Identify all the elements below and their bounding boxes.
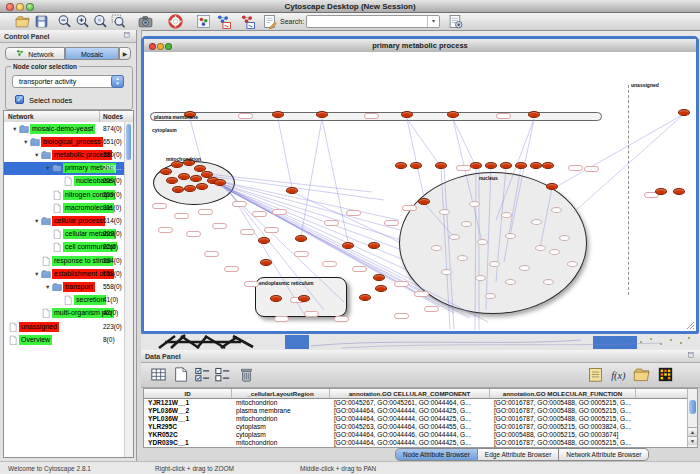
table-cell[interactable]: [GO:0044464, GO:0044444, GO:0044425, G..… [330,439,490,447]
tree-item-cell-communicat[interactable]: cell communicat22(0) [4,241,125,254]
graph-node[interactable] [435,162,447,169]
graph-node[interactable] [395,162,407,169]
graph-node[interactable] [515,162,527,169]
search-dropdown-arrow-icon[interactable]: ▾ [427,16,439,27]
table-scrollbar-thumb[interactable] [689,400,696,414]
column-header-id[interactable]: ID [144,389,232,399]
tab-node-attribute-browser[interactable]: Node Attribute Browser [395,448,478,461]
graph-node[interactable] [270,295,282,302]
network-window-titlebar[interactable]: primary metabolic process [144,39,696,53]
graph-node[interactable] [286,187,298,194]
graph-node[interactable] [410,162,422,169]
search-config-icon[interactable] [448,14,463,29]
graph-node[interactable] [401,111,413,118]
graph-node[interactable] [431,245,442,251]
graph-node[interactable] [457,255,468,261]
tree-item-cellular-process[interactable]: ▼cellular process614(0) [4,214,125,227]
tree-scrollbar-thumb[interactable] [126,124,131,160]
graph-node[interactable] [272,111,284,118]
table-cell[interactable]: [GO:0016787, GO:0005488, GO:0005215, G..… [490,399,636,407]
expander-icon[interactable]: ▼ [34,271,39,277]
graph-node[interactable] [542,162,554,169]
graph-node[interactable] [485,293,496,299]
tree-item-transport[interactable]: ▼transport558(0) [4,280,125,293]
graph-node[interactable] [470,162,482,169]
graph-node[interactable] [500,162,512,169]
graph-node[interactable] [528,111,540,118]
table-cell[interactable]: mitochondrion [232,399,330,407]
zoom-fit-icon[interactable] [93,14,108,29]
create-view-a-icon[interactable] [216,14,231,29]
column-header-filler[interactable] [636,389,689,399]
table-scrollbar[interactable]: ▲ ▼ [687,389,697,447]
float-panel-icon[interactable] [124,32,133,41]
graph-node[interactable] [298,295,310,302]
graph-node[interactable] [655,188,667,195]
graph-node[interactable] [519,265,530,271]
tree-item-unassigned[interactable]: unassigned223(0) [4,320,125,333]
zoom-in-icon[interactable] [75,14,90,29]
graph-node[interactable] [172,186,184,193]
tab-network[interactable]: Network [5,47,65,60]
graph-node[interactable] [549,249,560,255]
graph-node[interactable] [160,168,172,175]
table-cell[interactable]: [GO:0005488, GO:0005215, GO:0003674] [490,431,636,439]
graph-node[interactable] [373,274,385,281]
tab-network-attribute-browser[interactable]: Network Attribute Browser [559,448,649,461]
function-builder-icon[interactable]: f(x) [610,366,627,383]
table-cell[interactable]: [GO:0016787, GO:0005488, GO:0005215, G..… [490,415,636,423]
column-header-annotation-go-molecular-function[interactable]: annotation.GO MOLECULAR_FUNCTION [490,389,636,399]
graph-node[interactable] [546,183,558,190]
resize-grip[interactable] [686,321,695,330]
tab-mosaic[interactable]: Mosaic [65,47,119,60]
graph-node[interactable] [439,209,450,215]
graph-node[interactable] [260,259,272,266]
graph-node[interactable] [342,242,354,249]
tab-overflow-arrow-icon[interactable]: ▶ [119,47,131,60]
tree-item-nucleobase[interactable]: nucleobase-209(0) [4,175,125,188]
heatmap-icon[interactable] [657,366,674,383]
table-row[interactable]: YPL036W__1mitochondrion[GO:0044464, GO:0… [144,415,687,423]
table-cell[interactable]: cytoplasm [232,431,330,439]
help-icon[interactable] [168,14,183,29]
snapshot-icon[interactable] [138,14,153,29]
graph-node[interactable] [475,275,486,281]
column-header--cellularlayoutregion[interactable]: _cellularLayoutRegion [232,389,330,399]
tree-item-mosaic-demo-yeast[interactable]: ▼mosaic-demo-yeast874(0) [4,122,125,135]
open-session-icon[interactable] [15,14,30,29]
tree-item-macromolecule[interactable]: macromolecule311(0) [4,201,125,214]
tree-item-cellular-metabol[interactable]: cellular metabol209(0) [4,228,125,241]
zoom-selected-icon[interactable] [111,14,126,29]
graph-node[interactable] [214,179,226,186]
unselect-attributes-icon[interactable] [214,366,231,383]
search-input[interactable]: ▾ [306,15,440,28]
table-cell[interactable]: mitochondrion [232,415,330,423]
table-cell[interactable]: [GO:0045267, GO:0045261, GO:0044464, G..… [330,399,490,407]
save-session-icon[interactable] [34,14,49,29]
table-cell[interactable]: mitochondrion [232,439,330,447]
create-view-b-icon[interactable] [240,14,255,29]
zoom-out-icon[interactable] [57,14,72,29]
graph-node[interactable] [485,162,497,169]
graph-node[interactable] [535,245,546,251]
select-nodes-checkbox[interactable]: ✓ [15,95,24,104]
table-cell[interactable]: [GO:0044464, GO:0044444, GO:0044425, G..… [330,407,490,415]
tree-item-nitrogen-compo[interactable]: nitrogen compo209(0) [4,188,125,201]
tab-edge-attribute-browser[interactable]: Edge Attribute Browser [478,448,559,461]
graph-node[interactable] [505,279,516,285]
network-canvas[interactable]: plasma membrane cytoplasm mitochondrion … [144,52,696,331]
table-row[interactable]: YPL036W__2plasma membrane[GO:0044464, GO… [144,407,687,415]
expander-icon[interactable]: ▼ [34,152,39,158]
table-cell[interactable]: YDR039C__1 [144,439,232,447]
table-row[interactable]: YDR039C__1mitochondrion[GO:0044464, GO:0… [144,439,687,447]
tree-item-biological-process[interactable]: ▼biological_process651(0) [4,135,125,148]
tree-item-secretion[interactable]: secretion41(0) [4,294,125,307]
tree-item-metabolic-process[interactable]: ▼metabolic process280(0) [4,148,125,161]
tree-item-response-to-stimul[interactable]: response to stimul264(0) [4,254,125,267]
graph-node[interactable] [559,235,570,241]
table-cell[interactable]: YPL036W__1 [144,415,232,423]
graph-node[interactable] [368,242,380,249]
graph-node[interactable] [469,201,480,207]
graph-node[interactable] [449,234,460,240]
graph-node[interactable] [196,183,208,190]
